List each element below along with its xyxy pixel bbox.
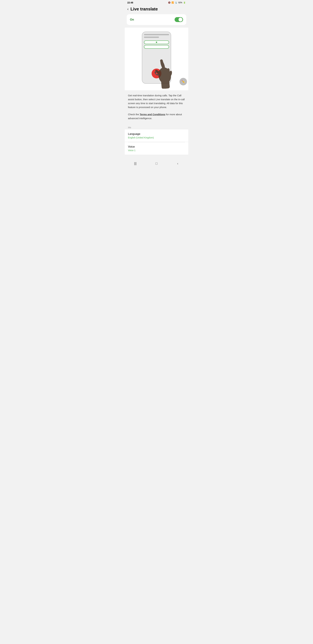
description-text: Get real-time translation during calls. … — [128, 94, 185, 109]
language-setting[interactable]: Language English (United Kingdom) — [125, 130, 188, 142]
voice-setting[interactable]: Voice Voice 1 — [125, 142, 188, 154]
phone-line-1 — [144, 34, 169, 35]
hand-illustration — [152, 56, 178, 89]
recents-icon: ||| — [134, 162, 137, 165]
section-label-me: Me — [125, 125, 188, 130]
voice-value: Voice 1 — [128, 149, 185, 152]
edit-icon: ✏️ — [181, 80, 185, 84]
terms-link[interactable]: Terms and Conditions — [140, 113, 165, 116]
mute-icon: 🔇 — [168, 2, 170, 4]
page-title: Live translate — [130, 6, 158, 12]
description-section: Get real-time translation during calls. … — [125, 90, 188, 125]
home-button[interactable]: □ — [153, 160, 160, 167]
edit-fab-button[interactable]: ✏️ — [179, 78, 187, 86]
phone-btn-2 — [144, 45, 169, 49]
live-translate-toggle[interactable] — [174, 17, 183, 22]
phone-btn-dot-1 — [156, 42, 157, 43]
wifi-icon: 📶 — [171, 2, 174, 4]
home-icon: □ — [156, 162, 157, 165]
recents-button[interactable]: ||| — [132, 160, 139, 167]
phone-btn-1 — [144, 40, 169, 44]
toggle-label: On — [130, 18, 134, 22]
svg-rect-3 — [160, 59, 165, 69]
terms-text: Check the Terms and Conditions for more … — [128, 112, 185, 120]
language-title: Language — [128, 132, 185, 136]
status-time: 22:48 — [127, 1, 133, 4]
toggle-section: On — [127, 14, 186, 25]
terms-prefix: Check the — [128, 113, 140, 116]
back-nav-button[interactable]: ‹ — [174, 160, 181, 167]
navigation-bar: ||| □ ‹ — [125, 158, 188, 170]
phone-line-2 — [144, 36, 159, 38]
phone-buttons — [144, 40, 169, 49]
phone-screen — [144, 34, 169, 49]
battery-level: 92% — [178, 2, 182, 4]
back-nav-icon: ‹ — [177, 162, 178, 165]
illustration-section: 📞 ✏️ — [125, 28, 188, 90]
phone-illustration: 📞 — [140, 32, 173, 87]
status-icons: 🔇 📶 📡 92% 🔋 — [168, 2, 186, 4]
page-header: ‹ Live translate — [125, 4, 188, 14]
back-button[interactable]: ‹ — [127, 7, 129, 11]
voice-title: Voice — [128, 145, 185, 148]
language-value: English (United Kingdom) — [128, 136, 185, 139]
status-bar: 22:48 🔇 📶 📡 92% 🔋 — [125, 0, 188, 4]
signal-icon: 📡 — [175, 2, 177, 4]
settings-card: Language English (United Kingdom) Voice … — [125, 130, 188, 154]
battery-icon: 🔋 — [183, 2, 186, 4]
svg-rect-6 — [161, 80, 170, 89]
